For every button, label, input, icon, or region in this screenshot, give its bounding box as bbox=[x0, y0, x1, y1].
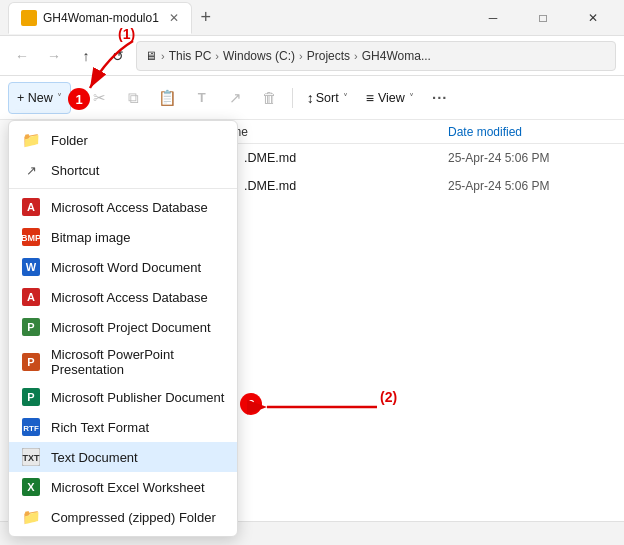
title-bar: GH4Woman-modulo1 ✕ + ─ □ ✕ bbox=[0, 0, 624, 36]
active-tab[interactable]: GH4Woman-modulo1 ✕ bbox=[8, 2, 192, 34]
rename-button[interactable]: T bbox=[186, 82, 218, 114]
menu-item-word-label: Microsoft Word Document bbox=[51, 260, 201, 275]
up-button[interactable]: ↑ bbox=[72, 42, 100, 70]
menu-separator bbox=[9, 188, 237, 189]
text-icon: TXT bbox=[21, 447, 41, 467]
menu-item-access2[interactable]: A Microsoft Access Database bbox=[9, 282, 237, 312]
menu-item-bitmap[interactable]: BMP Bitmap image bbox=[9, 222, 237, 252]
forward-button[interactable]: → bbox=[40, 42, 68, 70]
menu-item-rtf[interactable]: RTF Rich Text Format bbox=[9, 412, 237, 442]
tab-close-button[interactable]: ✕ bbox=[169, 11, 179, 25]
svg-text:X: X bbox=[27, 481, 35, 493]
address-bar: ← → ↑ ↺ 🖥 › This PC › Windows (C:) › Pro… bbox=[0, 36, 624, 76]
menu-item-access1[interactable]: A Microsoft Access Database bbox=[9, 192, 237, 222]
paste-button[interactable]: 📋 bbox=[152, 82, 184, 114]
new-button-label: + New bbox=[17, 91, 53, 105]
svg-text:P: P bbox=[27, 356, 34, 368]
window-controls: ─ □ ✕ bbox=[470, 2, 616, 34]
menu-item-excel[interactable]: X Microsoft Excel Worksheet bbox=[9, 472, 237, 502]
bitmap-icon: BMP bbox=[21, 227, 41, 247]
shortcut-icon: ↗ bbox=[21, 160, 41, 180]
folder-icon: 📁 bbox=[21, 130, 41, 150]
rtf-icon: RTF bbox=[21, 417, 41, 437]
svg-text:A: A bbox=[27, 291, 35, 303]
menu-item-powerpoint-label: Microsoft PowerPoint Presentation bbox=[51, 347, 225, 377]
toolbar-separator-1 bbox=[77, 88, 78, 108]
file-name: .DME.md bbox=[244, 179, 448, 193]
menu-item-folder-label: Folder bbox=[51, 133, 88, 148]
powerpoint-icon: P bbox=[21, 352, 41, 372]
menu-item-folder[interactable]: 📁 Folder bbox=[9, 125, 237, 155]
close-button[interactable]: ✕ bbox=[570, 2, 616, 34]
menu-item-zip-label: Compressed (zipped) Folder bbox=[51, 510, 216, 525]
menu-item-shortcut[interactable]: ↗ Shortcut bbox=[9, 155, 237, 185]
menu-item-zip[interactable]: 📁 Compressed (zipped) Folder bbox=[9, 502, 237, 532]
menu-item-access1-label: Microsoft Access Database bbox=[51, 200, 208, 215]
menu-item-project[interactable]: P Microsoft Project Document bbox=[9, 312, 237, 342]
view-button[interactable]: ≡ View ˅ bbox=[358, 82, 422, 114]
menu-item-rtf-label: Rich Text Format bbox=[51, 420, 149, 435]
sort-button[interactable]: ↕ Sort ˅ bbox=[299, 82, 356, 114]
copy-button[interactable]: ⧉ bbox=[118, 82, 150, 114]
view-chevron: ˅ bbox=[409, 92, 414, 103]
refresh-button[interactable]: ↺ bbox=[104, 42, 132, 70]
menu-item-text[interactable]: TXT Text Document bbox=[9, 442, 237, 472]
menu-item-bitmap-label: Bitmap image bbox=[51, 230, 130, 245]
svg-text:P: P bbox=[27, 321, 34, 333]
sort-chevron: ˅ bbox=[343, 92, 348, 103]
new-dropdown-menu: 📁 Folder ↗ Shortcut A Microsoft Access D… bbox=[8, 120, 238, 537]
sort-label: Sort bbox=[316, 91, 339, 105]
toolbar-separator-2 bbox=[292, 88, 293, 108]
svg-text:BMP: BMP bbox=[22, 233, 40, 243]
tab-bar: GH4Woman-modulo1 ✕ + bbox=[8, 0, 462, 35]
new-button-chevron: ˅ bbox=[57, 92, 62, 103]
cut-button[interactable]: ✂ bbox=[84, 82, 116, 114]
new-button[interactable]: + New ˅ bbox=[8, 82, 71, 114]
maximize-button[interactable]: □ bbox=[520, 2, 566, 34]
file-row[interactable]: 📄 .DME.md 25-Apr-24 5:06 PM bbox=[200, 144, 624, 172]
menu-item-publisher[interactable]: P Microsoft Publisher Document bbox=[9, 382, 237, 412]
breadcrumb[interactable]: 🖥 › This PC › Windows (C:) › Projects › … bbox=[136, 41, 616, 71]
svg-text:RTF: RTF bbox=[23, 424, 39, 433]
delete-button[interactable]: 🗑 bbox=[254, 82, 286, 114]
menu-item-text-label: Text Document bbox=[51, 450, 138, 465]
publisher-icon: P bbox=[21, 387, 41, 407]
file-list: Name Date modified 📄 .DME.md 25-Apr-24 5… bbox=[200, 120, 624, 521]
menu-item-publisher-label: Microsoft Publisher Document bbox=[51, 390, 224, 405]
back-button[interactable]: ← bbox=[8, 42, 36, 70]
menu-item-excel-label: Microsoft Excel Worksheet bbox=[51, 480, 205, 495]
zip-icon: 📁 bbox=[21, 507, 41, 527]
svg-text:TXT: TXT bbox=[23, 453, 41, 463]
svg-text:A: A bbox=[27, 201, 35, 213]
share-button[interactable]: ↗ bbox=[220, 82, 252, 114]
view-icon: ≡ bbox=[366, 90, 374, 106]
toolbar: + New ˅ ✂ ⧉ 📋 T ↗ 🗑 ↕ Sort ˅ ≡ View ˅ ··… bbox=[0, 76, 624, 120]
view-label: View bbox=[378, 91, 405, 105]
access2-icon: A bbox=[21, 287, 41, 307]
menu-item-project-label: Microsoft Project Document bbox=[51, 320, 211, 335]
menu-item-powerpoint[interactable]: P Microsoft PowerPoint Presentation bbox=[9, 342, 237, 382]
menu-item-access2-label: Microsoft Access Database bbox=[51, 290, 208, 305]
svg-text:W: W bbox=[26, 261, 37, 273]
date-column-header[interactable]: Date modified bbox=[448, 125, 608, 139]
tab-label: GH4Woman-modulo1 bbox=[43, 11, 159, 25]
sort-icon: ↕ bbox=[307, 90, 314, 106]
new-tab-button[interactable]: + bbox=[192, 4, 220, 32]
more-button[interactable]: ··· bbox=[424, 82, 456, 114]
excel-icon: X bbox=[21, 477, 41, 497]
file-name: .DME.md bbox=[244, 151, 448, 165]
file-date: 25-Apr-24 5:06 PM bbox=[448, 179, 608, 193]
file-row[interactable]: 📄 .DME.md 25-Apr-24 5:06 PM bbox=[200, 172, 624, 200]
tab-folder-icon bbox=[21, 10, 37, 26]
file-list-header: Name Date modified bbox=[200, 120, 624, 144]
access-icon: A bbox=[21, 197, 41, 217]
svg-text:P: P bbox=[27, 391, 34, 403]
menu-item-word[interactable]: W Microsoft Word Document bbox=[9, 252, 237, 282]
menu-item-shortcut-label: Shortcut bbox=[51, 163, 99, 178]
minimize-button[interactable]: ─ bbox=[470, 2, 516, 34]
name-column-header[interactable]: Name bbox=[216, 125, 448, 139]
pc-icon: 🖥 bbox=[145, 49, 157, 63]
word-icon: W bbox=[21, 257, 41, 277]
project-icon: P bbox=[21, 317, 41, 337]
file-date: 25-Apr-24 5:06 PM bbox=[448, 151, 608, 165]
